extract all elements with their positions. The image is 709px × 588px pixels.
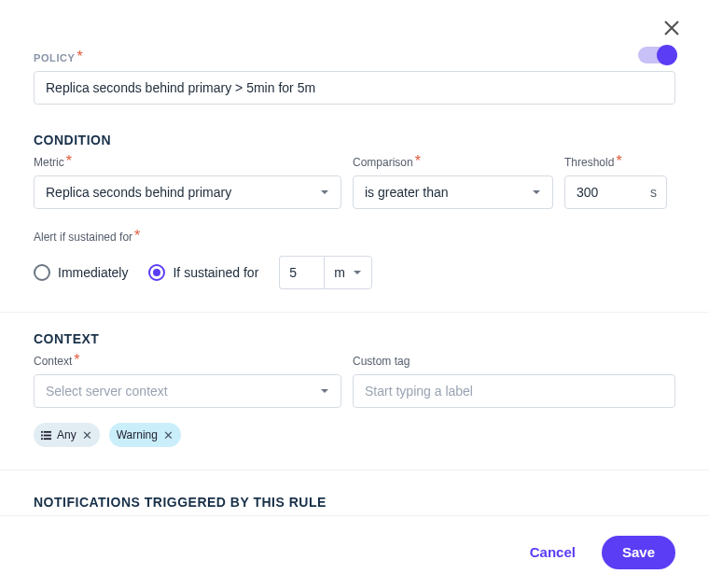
comparison-label: Comparison xyxy=(353,156,413,169)
cancel-button[interactable]: Cancel xyxy=(524,543,581,561)
radio-immediately-label[interactable]: Immediately xyxy=(58,265,128,280)
metric-select[interactable]: Replica seconds behind primary xyxy=(34,175,341,209)
chip-label: Any xyxy=(57,428,76,441)
divider xyxy=(0,469,709,470)
footer: Cancel Save xyxy=(0,515,709,588)
chevron-down-icon xyxy=(320,384,329,399)
chip-label: Warning xyxy=(117,428,158,441)
comparison-value: is greater than xyxy=(365,185,449,200)
chevron-down-icon xyxy=(320,185,329,200)
sustain-label: Alert if sustained for xyxy=(34,231,132,244)
metric-value: Replica seconds behind primary xyxy=(46,185,231,200)
custom-tag-input[interactable] xyxy=(353,374,675,408)
context-select[interactable]: Select server context xyxy=(34,374,341,408)
sustain-unit-value: m xyxy=(334,265,345,280)
sustain-value-input[interactable] xyxy=(279,256,324,289)
svg-rect-1 xyxy=(44,430,51,432)
radio-sustained[interactable] xyxy=(148,264,165,281)
toggle-knob xyxy=(657,45,677,65)
chip-remove-icon[interactable]: ✕ xyxy=(82,429,92,441)
svg-rect-2 xyxy=(41,434,43,436)
svg-rect-4 xyxy=(41,438,43,440)
chevron-down-icon xyxy=(353,265,362,280)
chevron-down-icon xyxy=(532,185,541,200)
threshold-unit: s xyxy=(650,185,657,200)
sustain-unit-select[interactable]: m xyxy=(324,256,372,289)
svg-rect-0 xyxy=(41,430,43,432)
context-title: CONTEXT xyxy=(34,331,675,346)
threshold-label: Threshold xyxy=(564,156,614,169)
notifications-title: NOTIFICATIONS TRIGGERED BY THIS RULE xyxy=(34,495,675,510)
chip-remove-icon[interactable]: ✕ xyxy=(163,429,174,441)
threshold-input[interactable] xyxy=(577,185,641,200)
custom-tag-label: Custom tag xyxy=(353,355,410,368)
comparison-select[interactable]: is greater than xyxy=(353,175,553,209)
policy-name-input[interactable] xyxy=(34,71,675,105)
svg-rect-5 xyxy=(44,438,51,440)
radio-immediately[interactable] xyxy=(34,264,50,281)
required-mark: * xyxy=(415,153,421,169)
save-button[interactable]: Save xyxy=(602,536,675,569)
condition-title: CONDITION xyxy=(34,133,675,147)
required-mark: * xyxy=(134,228,140,244)
close-icon xyxy=(660,26,683,42)
required-mark: * xyxy=(616,153,621,169)
radio-sustained-label[interactable]: If sustained for xyxy=(173,265,258,280)
required-mark: * xyxy=(66,153,72,169)
chip-warning[interactable]: Warning ✕ xyxy=(109,423,181,447)
required-mark: * xyxy=(77,49,83,64)
list-icon xyxy=(41,430,51,441)
policy-modal: POLICY* CONDITION Metric* Replica second… xyxy=(0,0,709,588)
context-placeholder: Select server context xyxy=(46,384,168,399)
required-mark: * xyxy=(74,352,79,368)
divider xyxy=(0,312,709,313)
policy-enabled-toggle[interactable] xyxy=(638,47,675,63)
policy-label: POLICY xyxy=(34,52,76,63)
close-button[interactable] xyxy=(660,17,683,39)
metric-label: Metric xyxy=(34,156,64,169)
svg-rect-3 xyxy=(44,434,51,436)
context-label: Context xyxy=(34,355,72,368)
chip-any[interactable]: Any ✕ xyxy=(34,423,100,447)
